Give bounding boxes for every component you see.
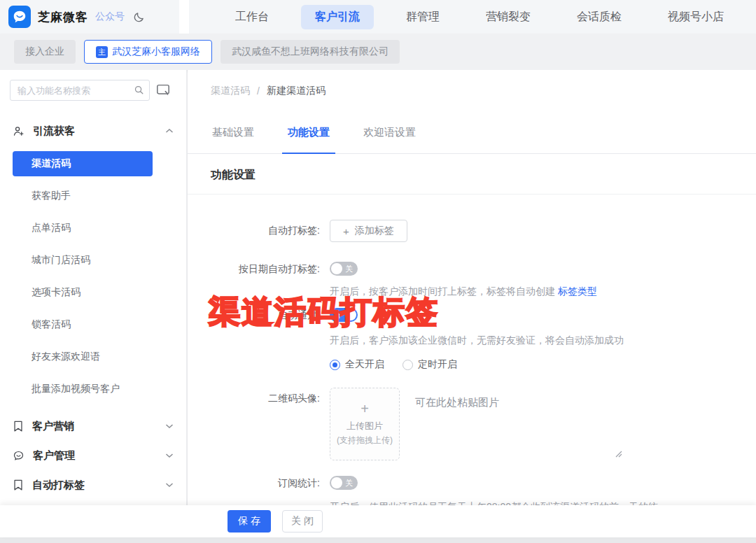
red-annotation-text: 渠道活码打标签	[209, 291, 439, 333]
breadcrumb: 渠道活码 / 新建渠道活码	[188, 70, 756, 112]
sidebar-section-label: 引流获客	[33, 125, 157, 138]
sidebar-item-city-store-code[interactable]: 城市门店活码	[13, 248, 153, 273]
breadcrumb-parent[interactable]: 渠道活码	[211, 85, 250, 97]
close-button[interactable]: 关 闭	[282, 510, 323, 533]
brand-name: 芝麻微客	[38, 9, 88, 25]
paste-hint: 可在此处粘贴图片	[415, 396, 499, 408]
top-header: 芝麻微客 公众号 工作台 客户引流 群管理 营销裂变 会话质检 视频号小店	[0, 0, 756, 34]
sidebar-section-auto-tag[interactable]: 自动打标签	[0, 470, 186, 500]
radio-timed-label: 定时开启	[418, 358, 457, 371]
toggle-state-label: 关	[345, 264, 353, 274]
chevron-up-icon	[165, 128, 174, 134]
search-input[interactable]	[10, 80, 150, 101]
toggle-knob	[331, 477, 342, 488]
radio-timed[interactable]: 定时开启	[402, 358, 457, 371]
auto-tag-row: 自动打标签: + 添加标签	[211, 220, 756, 242]
auto-pass-radios: 全天开启 定时开启	[330, 358, 624, 371]
chevron-down-icon	[165, 423, 174, 429]
main-company-badge: 主	[96, 46, 108, 58]
sidebar-section-acquisition[interactable]: 引流获客	[0, 116, 186, 146]
sidebar-search-row	[0, 70, 186, 111]
sidebar-item-acquire-assistant[interactable]: 获客助手	[13, 183, 153, 209]
date-tag-label: 按日期自动打标签:	[211, 262, 320, 276]
toggle-state-label: 关	[345, 478, 353, 488]
access-enterprise-button[interactable]: 接入企业	[14, 40, 76, 64]
sidebar-section-label: 客户管理	[33, 449, 157, 463]
auto-pass-help: 开启后，客户添加该企业微信时，无需好友验证，将会自动添加成功	[330, 334, 624, 347]
sidebar-item-order-code[interactable]: 点单活码	[13, 216, 153, 241]
upload-plus-icon: +	[360, 402, 369, 416]
app-logo-icon[interactable]	[8, 6, 31, 28]
tab-function-settings[interactable]: 功能设置	[286, 123, 331, 153]
search-box	[10, 80, 150, 101]
sidebar-section-customer-marketing[interactable]: 客户营销	[0, 411, 186, 441]
sidebar-item-batch-add-video-customers[interactable]: 批量添加视频号客户	[13, 376, 153, 402]
sidebar: 引流获客 渠道活码 获客助手 点单活码 城市门店活码 选项卡活码 锁客活码 好友…	[0, 70, 187, 537]
function-settings-form: 渠道活码打标签 自动打标签: + 添加标签 按日期自动打标签: 关 开启后，按客…	[188, 220, 756, 514]
workspace-bar: 接入企业 主 武汉芝麻小客服网络 武汉咸鱼不想上班网络科技有限公司	[0, 34, 756, 70]
sidebar-submenu: 渠道活码 获客助手 点单活码 城市门店活码 选项卡活码 锁客活码 好友来源欢迎语…	[0, 151, 186, 411]
sidebar-section-label: 客户营销	[32, 420, 157, 433]
upload-image-dropzone[interactable]: + 上传图片 (支持拖拽上传)	[330, 388, 400, 460]
chevron-down-icon	[165, 482, 174, 488]
upload-subtext: (支持拖拽上传)	[337, 435, 393, 446]
breadcrumb-current: 新建渠道活码	[267, 85, 326, 97]
add-tag-button[interactable]: + 添加标签	[330, 220, 407, 242]
nav-item-video-shop[interactable]: 视频号小店	[654, 5, 738, 29]
action-footer: 保 存 关 闭	[0, 505, 756, 537]
settings-tabs: 基础设置 功能设置 欢迎语设置	[188, 123, 756, 154]
tab-basic-settings[interactable]: 基础设置	[211, 123, 255, 153]
add-tag-button-label: 添加标签	[355, 225, 394, 237]
pin-sidebar-icon[interactable]	[156, 84, 170, 97]
sidebar-item-lock-customer-code[interactable]: 锁客活码	[13, 312, 153, 337]
sidebar-section-label: 自动打标签	[32, 479, 157, 492]
tab-welcome-settings[interactable]: 欢迎语设置	[362, 123, 417, 153]
nav-item-group-management[interactable]: 群管理	[392, 5, 454, 29]
bookmark-icon	[13, 479, 24, 491]
sidebar-item-channel-code[interactable]: 渠道活码	[13, 151, 153, 176]
section-title: 功能设置	[188, 154, 756, 195]
sidebar-item-friend-source-welcome[interactable]: 好友来源欢迎语	[13, 344, 153, 369]
plus-icon: +	[343, 225, 349, 237]
tag-type-link[interactable]: 标签类型	[558, 285, 597, 297]
nav-item-marketing-fission[interactable]: 营销裂变	[472, 5, 545, 29]
bookmark-icon	[13, 421, 24, 432]
date-tag-toggle[interactable]: 关	[330, 262, 358, 276]
radio-dot	[330, 360, 340, 370]
radio-dot	[402, 360, 413, 370]
nav-item-customer-acquisition[interactable]: 客户引流	[301, 5, 374, 29]
chevron-down-icon	[165, 453, 174, 458]
sidebar-section-customer-management[interactable]: 客户管理	[0, 441, 186, 470]
resize-handle-icon[interactable]	[615, 451, 622, 458]
main-content: 渠道活码 / 新建渠道活码 基础设置 功能设置 欢迎语设置 功能设置 渠道活码打…	[188, 70, 756, 537]
search-icon[interactable]	[134, 85, 144, 95]
dark-mode-moon-icon[interactable]	[133, 11, 145, 23]
sidebar-item-tab-code[interactable]: 选项卡活码	[13, 280, 153, 305]
qr-avatar-label: 二维码头像:	[211, 388, 320, 405]
qr-avatar-row: 二维码头像: + 上传图片 (支持拖拽上传) 可在此处粘贴图片	[211, 388, 756, 460]
breadcrumb-separator: /	[257, 85, 260, 97]
main-nav: 工作台 客户引流 群管理 营销裂变 会话质检 视频号小店	[189, 0, 756, 34]
nav-item-workbench[interactable]: 工作台	[221, 5, 283, 29]
primary-company-name: 武汉芝麻小客服网络	[112, 45, 200, 58]
subscribe-stats-label: 订阅统计:	[211, 476, 320, 490]
chat-smile-icon	[13, 450, 24, 462]
upload-text: 上传图片	[346, 420, 383, 432]
primary-company-button[interactable]: 主 武汉芝麻小客服网络	[84, 40, 212, 64]
secondary-company-button[interactable]: 武汉咸鱼不想上班网络科技有限公司	[220, 40, 400, 64]
radio-all-day[interactable]: 全天开启	[330, 358, 384, 371]
nav-item-session-quality[interactable]: 会话质检	[563, 5, 636, 29]
brand-block: 芝麻微客 公众号	[0, 0, 179, 34]
person-add-icon	[13, 125, 24, 137]
auto-tag-label: 自动打标签:	[211, 220, 320, 237]
paste-image-area[interactable]: 可在此处粘贴图片	[415, 388, 578, 455]
save-button[interactable]: 保 存	[227, 510, 271, 533]
radio-all-day-label: 全天开启	[345, 358, 384, 371]
toggle-knob	[331, 263, 342, 274]
brand-badge-link[interactable]: 公众号	[95, 10, 125, 23]
subscribe-stats-toggle[interactable]: 关	[330, 476, 358, 490]
sidebar-menu: 引流获客 渠道活码 获客助手 点单活码 城市门店活码 选项卡活码 锁客活码 好友…	[0, 111, 186, 505]
